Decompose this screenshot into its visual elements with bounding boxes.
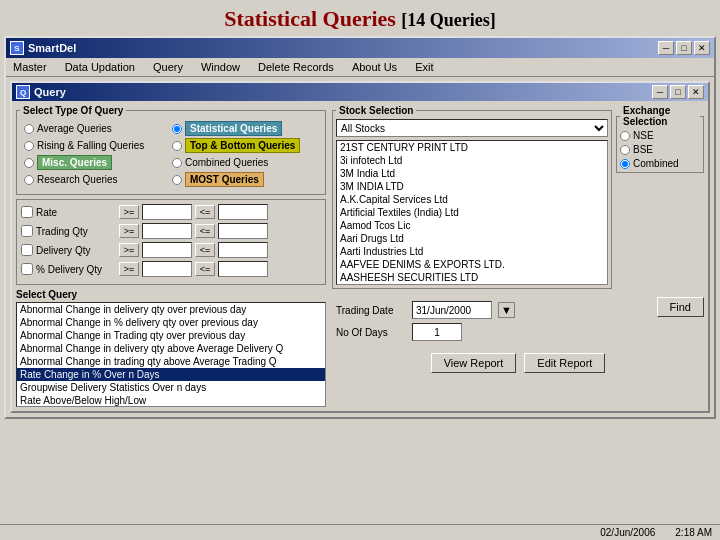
query-list-item[interactable]: Abnormal Change in Trading qty over prev…	[17, 329, 325, 342]
stock-item[interactable]: 3M INDIA LTD	[337, 180, 607, 193]
radio-statistical-input[interactable]	[172, 124, 182, 134]
radio-research-queries[interactable]: Research Queries	[24, 172, 170, 187]
filter-rate-btn2[interactable]: <=	[195, 205, 215, 219]
edit-report-button[interactable]: Edit Report	[524, 353, 605, 373]
radio-rising-input[interactable]	[24, 141, 34, 151]
filter-rate-val1[interactable]	[142, 204, 192, 220]
radio-rising-falling-queries[interactable]: Rising & Falling Queries	[24, 138, 170, 153]
stock-fieldset: Stock Selection All Stocks 21ST CENTURY …	[332, 105, 612, 289]
filter-delivery-val1[interactable]	[142, 242, 192, 258]
filter-pct-val1[interactable]	[142, 261, 192, 277]
stock-item[interactable]: A.K.Capital Services Ltd	[337, 193, 607, 206]
menu-exit[interactable]: Exit	[412, 60, 436, 74]
query-list-item-selected[interactable]: Rate Change in % Over n Days	[17, 368, 325, 381]
stock-item[interactable]: AASHEESH SECURITIES LTD	[337, 271, 607, 284]
query-minimize-button[interactable]: ─	[652, 85, 668, 99]
stock-item[interactable]: AAFVEE DENIMS & EXPORTS LTD.	[337, 258, 607, 271]
radio-combined-input[interactable]	[620, 159, 630, 169]
stock-item[interactable]: Aarti Industries Ltd	[337, 245, 607, 258]
no-of-days-input[interactable]	[412, 323, 462, 341]
filter-rate-checkbox[interactable]	[21, 206, 33, 218]
menu-window[interactable]: Window	[198, 60, 243, 74]
menu-master[interactable]: Master	[10, 60, 50, 74]
radio-average-queries[interactable]: Average Queries	[24, 121, 170, 136]
query-list-item[interactable]: Abnormal Change in delivery qty above Av…	[17, 342, 325, 355]
menu-delete-records[interactable]: Delete Records	[255, 60, 337, 74]
menu-about-us[interactable]: About Us	[349, 60, 400, 74]
stock-dropdown[interactable]: All Stocks	[336, 119, 608, 137]
stock-item[interactable]: 3i infotech Ltd	[337, 154, 607, 167]
stock-item[interactable]: ABACUS COMPUTERS LTD.	[337, 284, 607, 285]
filter-delivery-checkbox[interactable]	[21, 244, 33, 256]
query-list-item[interactable]: Abnormal Change in delivery qty over pre…	[17, 303, 325, 316]
stock-list[interactable]: 21ST CENTURY PRINT LTD 3i infotech Ltd 3…	[336, 140, 608, 285]
title-bar-controls[interactable]: ─ □ ✕	[658, 41, 710, 55]
radio-most-queries[interactable]: MOST Queries	[172, 172, 318, 187]
query-maximize-button[interactable]: □	[670, 85, 686, 99]
stock-item[interactable]: 21ST CENTURY PRINT LTD	[337, 141, 607, 154]
stock-item[interactable]: Artificial Textiles (India) Ltd	[337, 206, 607, 219]
query-close-button[interactable]: ✕	[688, 85, 704, 99]
filter-pct-btn1[interactable]: >=	[119, 262, 139, 276]
filter-rate-btn1[interactable]: >=	[119, 205, 139, 219]
radio-bse[interactable]: BSE	[620, 144, 700, 155]
query-list[interactable]: Abnormal Change in delivery qty over pre…	[16, 302, 326, 407]
filter-rate-val2[interactable]	[218, 204, 268, 220]
query-title-left: Q Query	[16, 85, 66, 99]
date-section: Trading Date ▼ No Of Days	[332, 297, 704, 349]
filter-pct-btn2[interactable]: <=	[195, 262, 215, 276]
radio-most-label: MOST Queries	[185, 172, 264, 187]
action-buttons: View Report Edit Report	[332, 349, 704, 377]
filter-delivery-btn2[interactable]: <=	[195, 243, 215, 257]
query-count: [14 Queries]	[401, 10, 495, 30]
minimize-button[interactable]: ─	[658, 41, 674, 55]
radio-combined-input[interactable]	[172, 158, 182, 168]
filter-trading-checkbox[interactable]	[21, 225, 33, 237]
query-list-item[interactable]: Abnormal Change in trading qty above Ave…	[17, 355, 325, 368]
filter-trading-btn2[interactable]: <=	[195, 224, 215, 238]
menu-query[interactable]: Query	[150, 60, 186, 74]
radio-combined[interactable]: Combined	[620, 158, 700, 169]
query-list-item[interactable]: Rate Above/Below High/Low	[17, 394, 325, 407]
radio-misc-input[interactable]	[24, 158, 34, 168]
radio-nse-input[interactable]	[620, 131, 630, 141]
title-bar-left: S SmartDel	[10, 41, 76, 55]
calendar-icon[interactable]: ▼	[498, 302, 515, 318]
filter-pct-checkbox[interactable]	[21, 263, 33, 275]
query-window-title: Query	[34, 86, 66, 98]
stock-item[interactable]: 3M India Ltd	[337, 167, 607, 180]
radio-most-input[interactable]	[172, 175, 182, 185]
filter-row-rate: Rate >= <=	[21, 204, 321, 220]
radio-top-input[interactable]	[172, 141, 182, 151]
filter-delivery-val2[interactable]	[218, 242, 268, 258]
filter-rate-label: Rate	[36, 207, 116, 218]
radio-average-label: Average Queries	[37, 123, 112, 134]
query-title-controls[interactable]: ─ □ ✕	[652, 85, 704, 99]
radio-research-input[interactable]	[24, 175, 34, 185]
filter-pct-val2[interactable]	[218, 261, 268, 277]
no-of-days-label: No Of Days	[336, 327, 406, 338]
radio-misc-queries[interactable]: Misc. Queries	[24, 155, 170, 170]
query-list-item[interactable]: Abnormal Change in % delivery qty over p…	[17, 316, 325, 329]
radio-nse[interactable]: NSE	[620, 130, 700, 141]
maximize-button[interactable]: □	[676, 41, 692, 55]
filter-trading-label: Trading Qty	[36, 226, 116, 237]
trading-date-input[interactable]	[412, 301, 492, 319]
close-button[interactable]: ✕	[694, 41, 710, 55]
radio-combined-queries[interactable]: Combined Queries	[172, 155, 318, 170]
filter-trading-btn1[interactable]: >=	[119, 224, 139, 238]
radio-statistical-queries[interactable]: Statistical Queries	[172, 121, 318, 136]
radio-bse-input[interactable]	[620, 145, 630, 155]
stock-item[interactable]: Aari Drugs Ltd	[337, 232, 607, 245]
view-report-button[interactable]: View Report	[431, 353, 517, 373]
status-bar: 02/Jun/2006 2:18 AM	[0, 524, 720, 540]
stock-item[interactable]: Aamod Tcos Lic	[337, 219, 607, 232]
find-button[interactable]: Find	[657, 297, 704, 317]
menu-data-updation[interactable]: Data Updation	[62, 60, 138, 74]
radio-average-input[interactable]	[24, 124, 34, 134]
filter-trading-val1[interactable]	[142, 223, 192, 239]
radio-top-bottom-queries[interactable]: Top & Bottom Queries	[172, 138, 318, 153]
query-list-item[interactable]: Groupwise Delivery Statistics Over n day…	[17, 381, 325, 394]
filter-delivery-btn1[interactable]: >=	[119, 243, 139, 257]
filter-trading-val2[interactable]	[218, 223, 268, 239]
